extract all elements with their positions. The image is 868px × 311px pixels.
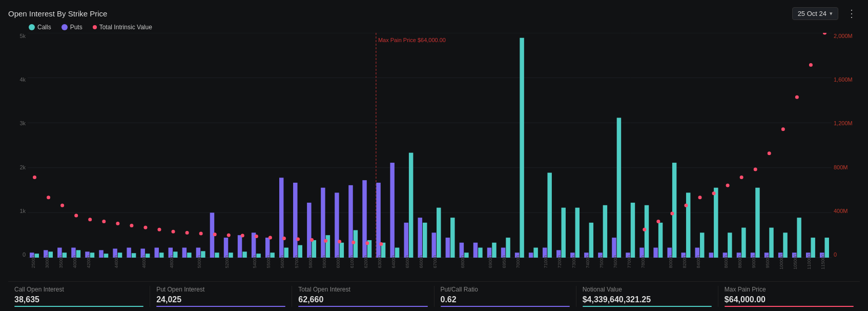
chart-area: 5k 4k 3k 2k 1k 0 2,000M 1,600M 1,200M 80…: [8, 33, 860, 278]
max-pain-label: Max Pain Price: [725, 286, 854, 293]
legend-calls: Calls: [29, 24, 51, 31]
stat-put-oi: Put Open Interest 24,025: [150, 286, 292, 307]
pc-ratio-label: Put/Call Ratio: [441, 286, 570, 293]
stat-call-oi: Call Open Interest 38,635: [8, 286, 150, 307]
intrinsic-dot-icon: [93, 25, 97, 29]
call-oi-value: 38,635: [14, 295, 143, 304]
calls-dot-icon: [29, 24, 35, 30]
date-label: 25 Oct 24: [798, 10, 826, 17]
main-container: Open Interest By Strike Price 25 Oct 24 …: [0, 0, 868, 311]
legend-puts: Puts: [61, 24, 82, 31]
chart-inner: [28, 33, 832, 278]
y-left-1k: 1k: [19, 208, 26, 214]
y-right-800m: 800M: [834, 164, 848, 170]
pc-ratio-value: 0.62: [441, 295, 570, 304]
stat-max-pain: Max Pain Price $64,000.00: [718, 286, 860, 307]
stat-put-call-ratio: Put/Call Ratio 0.62: [435, 286, 576, 307]
header: Open Interest By Strike Price 25 Oct 24 …: [8, 6, 860, 21]
y-right-2000m: 2,000M: [834, 33, 853, 39]
legend-intrinsic: Total Intrinsic Value: [93, 24, 152, 31]
legend: Calls Puts Total Intrinsic Value: [8, 24, 860, 31]
y-left-5k: 5k: [19, 33, 26, 39]
y-left-2k: 2k: [19, 164, 26, 170]
date-picker[interactable]: 25 Oct 24 ▾: [792, 7, 838, 20]
puts-label: Puts: [70, 24, 82, 31]
put-oi-value: 24,025: [156, 295, 285, 304]
bar-chart: [28, 33, 832, 278]
notional-value: $4,339,640,321.25: [583, 295, 712, 304]
page-title: Open Interest By Strike Price: [8, 9, 107, 18]
y-right-1600m: 1,600M: [834, 76, 853, 83]
more-menu-button[interactable]: ⋮: [843, 6, 860, 21]
notional-underline: [583, 306, 712, 307]
total-oi-value: 62,660: [298, 295, 427, 304]
notional-label: Notional Value: [583, 286, 712, 293]
total-oi-underline: [298, 306, 427, 307]
y-right-0: 0: [834, 251, 837, 258]
pc-ratio-underline: [441, 306, 570, 307]
max-pain-underline: [725, 306, 854, 307]
put-oi-underline: [156, 306, 285, 307]
header-right: 25 Oct 24 ▾ ⋮: [792, 6, 860, 21]
put-oi-label: Put Open Interest: [156, 286, 285, 293]
puts-dot-icon: [61, 24, 68, 30]
max-pain-value: $64,000.00: [725, 295, 854, 304]
stats-bar: Call Open Interest 38,635 Put Open Inter…: [8, 281, 860, 307]
y-axis-right: 2,000M 1,600M 1,200M 800M 400M 0: [832, 33, 860, 278]
chevron-down-icon: ▾: [830, 10, 833, 17]
y-right-400m: 400M: [834, 208, 848, 214]
y-left-4k: 4k: [19, 76, 26, 83]
stat-notional: Notional Value $4,339,640,321.25: [576, 286, 718, 307]
total-oi-label: Total Open Interest: [298, 286, 427, 293]
call-oi-label: Call Open Interest: [14, 286, 143, 293]
intrinsic-label: Total Intrinsic Value: [99, 24, 152, 31]
stat-total-oi: Total Open Interest 62,660: [292, 286, 434, 307]
y-right-1200m: 1,200M: [834, 120, 853, 126]
y-axis-left: 5k 4k 3k 2k 1k 0: [8, 33, 28, 278]
y-left-0: 0: [23, 251, 26, 258]
call-oi-underline: [14, 306, 143, 307]
calls-label: Calls: [37, 24, 51, 31]
y-left-3k: 3k: [19, 120, 26, 126]
